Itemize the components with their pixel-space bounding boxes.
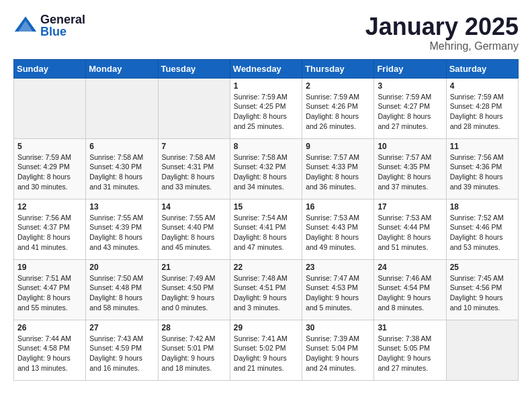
calendar-cell: 24Sunrise: 7:46 AMSunset: 4:54 PMDayligh…	[374, 259, 446, 320]
cell-content-line: Daylight: 8 hours	[234, 232, 298, 242]
cell-content-line: Sunset: 4:48 PM	[89, 283, 154, 293]
cell-content-line: and 0 minutes.	[162, 303, 226, 313]
calendar-cell: 15Sunrise: 7:54 AMSunset: 4:41 PMDayligh…	[230, 199, 302, 259]
cell-content-line: and 3 minutes.	[234, 303, 298, 313]
calendar-cell: 1Sunrise: 7:59 AMSunset: 4:25 PMDaylight…	[230, 78, 302, 138]
cell-content-line: and 49 minutes.	[306, 242, 370, 253]
cell-content-line: Sunrise: 7:53 AM	[306, 213, 370, 223]
day-number: 1	[234, 81, 298, 91]
cell-content-line: and 33 minutes.	[162, 182, 226, 192]
header-sunday: Sunday	[14, 59, 86, 78]
cell-content-line: Sunrise: 7:41 AM	[234, 334, 298, 344]
cell-content-line: Daylight: 9 hours	[234, 293, 298, 303]
cell-content-line: Daylight: 8 hours	[450, 111, 515, 122]
day-number: 15	[234, 202, 298, 212]
cell-content-line: and 31 minutes.	[89, 182, 154, 192]
cell-content-line: Daylight: 8 hours	[17, 232, 82, 242]
calendar-cell: 11Sunrise: 7:56 AMSunset: 4:36 PMDayligh…	[446, 138, 518, 199]
cell-content-line: Sunrise: 7:59 AM	[234, 92, 298, 102]
day-number: 6	[89, 142, 154, 151]
day-number: 8	[234, 142, 298, 151]
day-number: 7	[162, 142, 226, 151]
cell-content-line: Sunset: 4:29 PM	[17, 162, 82, 172]
cell-content-line: Sunrise: 7:39 AM	[306, 334, 370, 344]
cell-content-line: Daylight: 8 hours	[306, 172, 370, 182]
cell-content-line: Daylight: 9 hours	[306, 293, 370, 303]
cell-content-line: Sunrise: 7:55 AM	[162, 213, 226, 223]
cell-content-line: Sunset: 4:31 PM	[162, 162, 226, 172]
cell-content-line: Sunrise: 7:52 AM	[450, 213, 515, 223]
cell-content-line: Sunrise: 7:54 AM	[234, 213, 298, 223]
calendar-body: 1Sunrise: 7:59 AMSunset: 4:25 PMDaylight…	[14, 78, 519, 380]
day-number: 21	[162, 263, 226, 272]
calendar-cell: 31Sunrise: 7:38 AMSunset: 5:05 PMDayligh…	[374, 320, 446, 380]
cell-content-line: and 27 minutes.	[378, 122, 442, 132]
day-number: 27	[89, 323, 154, 332]
title-block: January 2025 Mehring, Germany	[365, 13, 519, 52]
cell-content-line: Sunset: 4:43 PM	[306, 222, 370, 232]
header-friday: Friday	[374, 59, 446, 78]
cell-content-line: Sunset: 4:27 PM	[378, 101, 442, 111]
calendar-cell: 27Sunrise: 7:43 AMSunset: 4:59 PMDayligh…	[86, 320, 158, 380]
header-tuesday: Tuesday	[158, 59, 230, 78]
cell-content-line: Sunset: 4:32 PM	[234, 162, 298, 172]
cell-content-line: Sunset: 4:26 PM	[306, 101, 370, 111]
day-number: 14	[162, 202, 226, 212]
calendar-week-2: 5Sunrise: 7:59 AMSunset: 4:29 PMDaylight…	[14, 138, 519, 199]
calendar-cell: 12Sunrise: 7:56 AMSunset: 4:37 PMDayligh…	[14, 199, 86, 259]
day-number: 31	[378, 323, 442, 332]
cell-content-line: Sunset: 4:59 PM	[89, 343, 154, 353]
calendar-cell: 2Sunrise: 7:59 AMSunset: 4:26 PMDaylight…	[302, 78, 374, 138]
cell-content-line: Sunset: 5:04 PM	[306, 343, 370, 353]
cell-content-line: Sunrise: 7:53 AM	[378, 213, 442, 223]
cell-content-line: Sunset: 5:01 PM	[162, 343, 226, 353]
calendar-cell: 5Sunrise: 7:59 AMSunset: 4:29 PMDaylight…	[14, 138, 86, 199]
cell-content-line: Sunrise: 7:58 AM	[162, 152, 226, 163]
cell-content-line: Sunset: 4:51 PM	[234, 283, 298, 293]
calendar-week-4: 19Sunrise: 7:51 AMSunset: 4:47 PMDayligh…	[14, 259, 519, 320]
day-number: 30	[306, 323, 370, 332]
cell-content-line: Daylight: 9 hours	[162, 353, 226, 363]
calendar-cell	[14, 78, 86, 138]
cell-content-line: and 8 minutes.	[378, 303, 442, 313]
cell-content-line: and 16 minutes.	[89, 363, 154, 373]
header-saturday: Saturday	[446, 59, 518, 78]
day-number: 9	[306, 142, 370, 151]
cell-content-line: and 24 minutes.	[306, 363, 370, 373]
cell-content-line: Daylight: 8 hours	[89, 293, 154, 303]
cell-content-line: Daylight: 8 hours	[306, 232, 370, 242]
day-number: 13	[89, 202, 154, 212]
cell-content-line: Sunset: 4:53 PM	[306, 283, 370, 293]
cell-content-line: Daylight: 8 hours	[450, 172, 515, 182]
day-number: 2	[306, 81, 370, 91]
logo-general-text: General	[40, 13, 85, 26]
calendar-cell: 20Sunrise: 7:50 AMSunset: 4:48 PMDayligh…	[86, 259, 158, 320]
cell-content-line: Sunset: 4:35 PM	[378, 162, 442, 172]
day-number: 16	[306, 202, 370, 212]
cell-content-line: and 21 minutes.	[234, 363, 298, 373]
cell-content-line: and 45 minutes.	[162, 242, 226, 253]
day-number: 19	[17, 263, 82, 272]
cell-content-line: Sunrise: 7:50 AM	[89, 273, 154, 283]
month-title: January 2025	[365, 13, 519, 40]
cell-content-line: Daylight: 8 hours	[306, 111, 370, 122]
cell-content-line: Daylight: 9 hours	[17, 353, 82, 363]
logo: General Blue	[13, 13, 85, 38]
cell-content-line: and 53 minutes.	[450, 242, 515, 253]
cell-content-line: Sunrise: 7:57 AM	[378, 152, 442, 163]
calendar-cell: 8Sunrise: 7:58 AMSunset: 4:32 PMDaylight…	[230, 138, 302, 199]
calendar-cell	[158, 78, 230, 138]
cell-content-line: Sunset: 5:02 PM	[234, 343, 298, 353]
cell-content-line: Sunset: 4:25 PM	[234, 101, 298, 111]
calendar-cell: 29Sunrise: 7:41 AMSunset: 5:02 PMDayligh…	[230, 320, 302, 380]
calendar-cell: 10Sunrise: 7:57 AMSunset: 4:35 PMDayligh…	[374, 138, 446, 199]
cell-content-line: Daylight: 8 hours	[450, 232, 515, 242]
calendar-cell: 17Sunrise: 7:53 AMSunset: 4:44 PMDayligh…	[374, 199, 446, 259]
calendar-cell	[86, 78, 158, 138]
cell-content-line: Daylight: 9 hours	[450, 293, 515, 303]
cell-content-line: Sunset: 4:50 PM	[162, 283, 226, 293]
calendar-cell: 21Sunrise: 7:49 AMSunset: 4:50 PMDayligh…	[158, 259, 230, 320]
page-header: General Blue January 2025 Mehring, Germa…	[13, 13, 519, 52]
cell-content-line: and 28 minutes.	[450, 122, 515, 132]
day-number: 18	[450, 202, 515, 212]
